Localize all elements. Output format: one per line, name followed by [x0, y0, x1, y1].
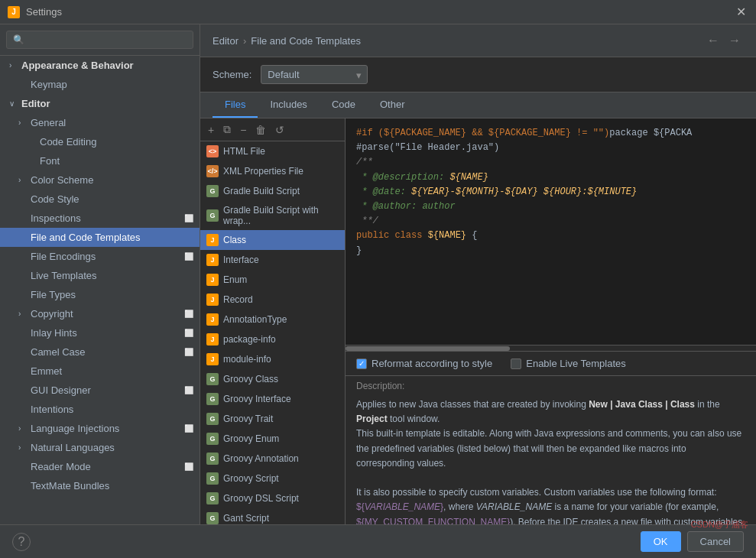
sidebar-label: Copyright: [31, 308, 73, 320]
sidebar-item-gui_designer[interactable]: GUI Designer⬜: [0, 381, 200, 400]
sidebar-item-editor[interactable]: ∨Editor: [0, 94, 200, 113]
template-item[interactable]: JRecord: [200, 290, 345, 310]
sidebar-item-color_scheme[interactable]: ›Color Scheme: [0, 170, 200, 190]
copy-template-button[interactable]: ⧉: [220, 122, 234, 138]
template-item[interactable]: Jmodule-info: [200, 349, 345, 369]
sidebar-item-copyright[interactable]: ›Copyright⬜: [0, 304, 200, 323]
arrow-icon: ›: [9, 61, 18, 70]
template-item[interactable]: GGradle Build Script with wrap...: [200, 201, 345, 230]
groovy-icon: G: [206, 209, 219, 222]
sidebar-item-file_and_code_templates[interactable]: File and Code Templates: [0, 228, 200, 247]
template-item[interactable]: GGroovy Enum: [200, 429, 345, 449]
template-item[interactable]: Jpackage-info: [200, 329, 345, 349]
delete-template-button[interactable]: 🗑: [252, 122, 269, 138]
code-editor[interactable]: #if (${PACKAGE_NAME} && ${PACKAGE_NAME} …: [346, 118, 756, 345]
sidebar-item-textmate_bundles[interactable]: TextMate Bundles: [0, 476, 200, 495]
template-item[interactable]: <>HTML File: [200, 141, 345, 161]
breadcrumb-separator: ›: [243, 35, 246, 47]
sidebar-item-emmet[interactable]: Emmet: [0, 362, 200, 381]
template-item[interactable]: GGroovy DSL Script: [200, 488, 345, 508]
template-item[interactable]: JEnum: [200, 270, 345, 290]
tab-other[interactable]: Other: [368, 92, 417, 118]
sidebar-label: File Types: [31, 289, 76, 300]
add-template-button[interactable]: +: [205, 122, 217, 138]
sidebar-label: File Encodings: [31, 251, 96, 262]
tab-files[interactable]: Files: [213, 92, 258, 118]
template-item[interactable]: GGroovy Script: [200, 469, 345, 488]
help-button[interactable]: ?: [12, 533, 31, 551]
template-item[interactable]: GGroovy Annotation: [200, 449, 345, 469]
arrow-icon: ›: [18, 310, 28, 318]
sidebar-label: Inspections: [31, 212, 81, 224]
code-line: #parse("File Header.java"): [356, 141, 745, 155]
main-panel: + ⧉ − 🗑 ↺ <>HTML File</>XML Properties F…: [200, 118, 756, 524]
sidebar-item-code_style[interactable]: Code Style: [0, 190, 200, 209]
reformat-checkbox[interactable]: ✓: [356, 358, 367, 369]
sidebar-item-file_encodings[interactable]: File Encodings⬜: [0, 247, 200, 266]
sidebar-item-camel_case[interactable]: Camel Case⬜: [0, 342, 200, 362]
sidebar-item-natural_languages[interactable]: ›Natural Languages: [0, 438, 200, 457]
java-icon: J: [206, 313, 219, 326]
template-item-label: Groovy Trait: [223, 414, 273, 424]
code-line: public class ${NAME} {: [356, 229, 745, 243]
nav-badge: ⬜: [184, 329, 193, 337]
sidebar-item-font[interactable]: Font: [0, 151, 200, 170]
live-templates-option[interactable]: Enable Live Templates: [511, 358, 626, 369]
nav-badge: ⬜: [184, 310, 193, 318]
reset-template-button[interactable]: ↺: [272, 122, 287, 138]
live-templates-checkbox[interactable]: [511, 358, 521, 369]
template-item[interactable]: GGroovy Class: [200, 369, 345, 389]
template-item-label: AnnotationType: [223, 314, 287, 325]
groovy-icon: G: [206, 433, 219, 445]
remove-template-button[interactable]: −: [237, 122, 249, 138]
ok-button[interactable]: OK: [641, 531, 681, 552]
template-item[interactable]: GGradle Build Script: [200, 181, 345, 201]
sidebar-item-inlay_hints[interactable]: Inlay Hints⬜: [0, 323, 200, 342]
sidebar-label: Inlay Hints: [31, 327, 77, 339]
java-icon: J: [206, 234, 219, 246]
sidebar-item-keymap[interactable]: Keymap: [0, 75, 200, 94]
reformat-option[interactable]: ✓ Reformat according to style: [356, 358, 492, 369]
sidebar-item-appearance_&_behavior[interactable]: ›Appearance & Behavior: [0, 56, 200, 75]
watermark: CSDN@子涵客: [691, 519, 748, 530]
template-item[interactable]: JClass: [200, 230, 345, 250]
code-scrollbar[interactable]: [346, 345, 756, 351]
template-item[interactable]: </>XML Properties File: [200, 161, 345, 181]
close-button[interactable]: ✕: [733, 5, 748, 20]
sidebar-item-language_injections[interactable]: ›Language Injections⬜: [0, 419, 200, 438]
back-button[interactable]: ←: [704, 32, 722, 49]
sidebar-item-code_editing[interactable]: Code Editing: [0, 132, 200, 151]
sidebar-label: Natural Languages: [31, 442, 115, 453]
search-input[interactable]: [6, 31, 193, 49]
template-item[interactable]: GGroovy Interface: [200, 389, 345, 409]
code-line: }: [356, 244, 745, 258]
description-text: Applies to new Java classes that are cre…: [346, 394, 756, 524]
sidebar-item-intentions[interactable]: Intentions: [0, 400, 200, 419]
sidebar-item-live_templates[interactable]: Live Templates: [0, 266, 200, 285]
template-item[interactable]: JInterface: [200, 250, 345, 270]
sidebar-item-file_types[interactable]: File Types: [0, 285, 200, 304]
template-item[interactable]: JAnnotationType: [200, 310, 345, 329]
java-icon: J: [206, 294, 219, 306]
groovy-icon: G: [206, 492, 219, 504]
tab-code[interactable]: Code: [320, 92, 368, 118]
forward-button[interactable]: →: [725, 32, 744, 49]
sidebar: ›Appearance & BehaviorKeymap∨Editor›Gene…: [0, 24, 200, 524]
description-area: Description: Applies to new Java classes…: [346, 375, 756, 524]
scheme-select[interactable]: Default Project: [261, 65, 368, 84]
scrollbar-thumb: [346, 346, 510, 351]
sidebar-item-reader_mode[interactable]: Reader Mode⬜: [0, 457, 200, 476]
sidebar-item-general[interactable]: ›General: [0, 113, 200, 132]
template-item[interactable]: GGroovy Trait: [200, 409, 345, 429]
sidebar-label: Language Injections: [31, 423, 119, 434]
breadcrumb-editor: Editor: [213, 35, 238, 47]
arrow-icon: ›: [18, 176, 28, 184]
sidebar-label: Code Editing: [40, 136, 96, 148]
tab-includes[interactable]: Includes: [258, 92, 319, 118]
sidebar-item-inspections[interactable]: Inspections⬜: [0, 209, 200, 228]
template-item[interactable]: GGant Script: [200, 508, 345, 524]
sidebar-label: General: [31, 117, 66, 128]
groovy-icon: G: [206, 393, 219, 405]
search-box: [0, 24, 200, 56]
cancel-button[interactable]: Cancel: [687, 531, 744, 552]
